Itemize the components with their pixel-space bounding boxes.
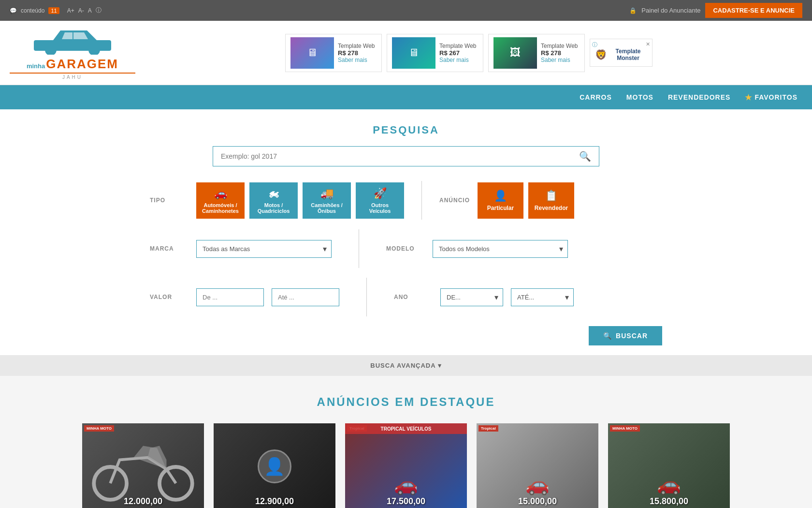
svg-point-4 bbox=[160, 467, 192, 500]
tipo-label: TIPO bbox=[150, 197, 188, 204]
buscar-icon: 🔍 bbox=[603, 332, 612, 340]
anuncio-revendedor-button[interactable]: 📋 Revendedor bbox=[528, 182, 574, 219]
ano-ate-select[interactable]: ATÉ... bbox=[511, 288, 574, 306]
dealer-banner-3: Tropical bbox=[478, 425, 498, 432]
font-normal[interactable]: A bbox=[88, 7, 92, 14]
valor-label: VALOR bbox=[150, 294, 188, 300]
ano-de-select-wrapper: DE... bbox=[440, 288, 503, 306]
modelo-select[interactable]: Todos os Modelos bbox=[433, 240, 568, 258]
ad-thumb-2: 🖥 bbox=[392, 37, 435, 69]
ad-info-3: Template Web R$ 278 Saber mais bbox=[541, 43, 578, 63]
anuncio-particular-button[interactable]: 👤 Particular bbox=[478, 182, 523, 219]
ad-price-1: R$ 278 bbox=[338, 49, 375, 57]
top-bar-left: 💬 conteúdo 11 A+ A- A ⓘ bbox=[10, 6, 102, 15]
ad-link-2[interactable]: Saber mais bbox=[439, 57, 476, 63]
cadastre-button[interactable]: CADASTRE-SE E ANUNCIE bbox=[705, 3, 802, 18]
ad-title-2: Template Web bbox=[439, 43, 476, 49]
tm-close-button[interactable]: ✕ bbox=[646, 41, 650, 47]
logo-block: minha GARAGEM JAHU bbox=[10, 26, 135, 80]
car-card-0[interactable]: MINHA MOTO 12.000,00 YAMAHA XT 6 bbox=[82, 423, 204, 508]
buscar-label: BUSCAR bbox=[616, 332, 648, 340]
anuncio-particular-label: Particular bbox=[487, 205, 514, 211]
ad-item-1: 🖥 Template Web R$ 278 Saber mais bbox=[285, 34, 382, 72]
car-img-4: MINHA MOTO 🚗 15.800,00 bbox=[608, 423, 730, 508]
featured-grid: MINHA MOTO 12.000,00 YAMAHA XT 6 bbox=[82, 423, 730, 508]
logo-area: minha GARAGEM JAHU bbox=[10, 26, 135, 80]
search-section: PESQUISA 🔍 TIPO 🚗 Automóveis /Caminhonet… bbox=[0, 109, 812, 355]
car-card-3[interactable]: Tropical 🚗 15.000,00 CHEVROLET CELTA 200… bbox=[477, 423, 598, 508]
search-submit-button[interactable]: 🔍 bbox=[571, 147, 599, 166]
buscar-row: 🔍 BUSCAR bbox=[150, 326, 662, 345]
car-card-1[interactable]: 👤 12.900,00 CHEVROLET CLASSIC 2004 bbox=[214, 423, 335, 508]
anuncio-label: ANÚNCIO bbox=[439, 197, 470, 204]
marca-label: MARCA bbox=[150, 245, 188, 252]
font-plus[interactable]: A+ bbox=[67, 7, 74, 14]
tipo-outros-button[interactable]: 🚀 OutrosVeículos bbox=[356, 182, 404, 219]
star-icon: ★ bbox=[745, 93, 752, 102]
car-price-0: 12.000,00 bbox=[82, 496, 204, 507]
car-img-2: Tropical TROPICAL VEÍCULOS 🚗 17.500,00 bbox=[345, 423, 467, 508]
tipo-automoveis-button[interactable]: 🚗 Automóveis /Caminhonetes bbox=[196, 182, 245, 219]
tipo-motos-button[interactable]: 🏍 Motos /Quadriciclos bbox=[249, 182, 298, 219]
tm-name: Template Monster bbox=[609, 48, 647, 61]
info-icon[interactable]: ⓘ bbox=[96, 6, 102, 15]
tm-info-icon[interactable]: ⓘ bbox=[592, 41, 597, 48]
buscar-button[interactable]: 🔍 BUSCAR bbox=[589, 326, 662, 345]
ad-title-3: Template Web bbox=[541, 43, 578, 49]
car-price-1: 12.900,00 bbox=[214, 496, 335, 507]
font-minus[interactable]: A- bbox=[78, 7, 84, 14]
tipo-automoveis-label: Automóveis /Caminhonetes bbox=[202, 202, 239, 214]
tm-icon: 🦁 bbox=[595, 49, 607, 60]
busca-avancada-bar[interactable]: BUSCA AVANÇADA ▾ bbox=[0, 355, 812, 376]
nav-motos[interactable]: MOTOS bbox=[626, 93, 653, 101]
modelo-label: MODELO bbox=[386, 245, 425, 252]
ano-de-select[interactable]: DE... bbox=[440, 288, 503, 306]
top-bar: 💬 conteúdo 11 A+ A- A ⓘ 🔒 Painel do Anun… bbox=[0, 0, 812, 21]
nav-favoritos[interactable]: ★ FAVORITOS bbox=[745, 93, 798, 102]
search-bar: 🔍 bbox=[213, 146, 599, 166]
tipo-caminhoes-button[interactable]: 🚚 Caminhões /Ônibus bbox=[303, 182, 351, 219]
nav-carros-label: CARROS bbox=[580, 93, 612, 101]
filter-marca-row: MARCA Todas as Marcas MODELO Todos os Mo… bbox=[150, 229, 662, 268]
nav-revendedores[interactable]: REVENDEDORES bbox=[668, 93, 730, 101]
car-img-0: MINHA MOTO 12.000,00 bbox=[82, 423, 204, 508]
search-input[interactable] bbox=[213, 147, 571, 166]
logo-garagem: GARAGEM bbox=[46, 57, 118, 72]
tm-logo: 🦁 Template Monster bbox=[595, 48, 647, 61]
car-card-4[interactable]: MINHA MOTO 🚗 15.800,00 CHEVROLET OMEGA 1… bbox=[608, 423, 730, 508]
ad-item-2: 🖥 Template Web R$ 267 Saber mais bbox=[387, 34, 483, 72]
tipo-outros-label: OutrosVeículos bbox=[369, 202, 391, 214]
nav-revendedores-label: REVENDEDORES bbox=[668, 93, 730, 101]
marca-divider bbox=[359, 229, 359, 268]
ad-link-3[interactable]: Saber mais bbox=[541, 57, 578, 63]
filters: TIPO 🚗 Automóveis /Caminhonetes 🏍 Motos … bbox=[140, 181, 672, 345]
main-nav: CARROS MOTOS REVENDEDORES ★ FAVORITOS bbox=[0, 85, 812, 109]
marca-select[interactable]: Todas as Marcas bbox=[196, 240, 332, 258]
revendedor-icon: 📋 bbox=[545, 190, 558, 202]
valor-ate-input[interactable] bbox=[272, 288, 339, 306]
car-price-3: 15.000,00 bbox=[477, 496, 598, 507]
logo-car-icon bbox=[24, 26, 121, 55]
truck-tipo-icon: 🚚 bbox=[320, 187, 334, 200]
valor-de-input[interactable] bbox=[196, 288, 264, 306]
outros-tipo-icon: 🚀 bbox=[374, 187, 387, 200]
nav-favoritos-label: FAVORITOS bbox=[754, 93, 798, 101]
filter-valor-row: VALOR ANO DE... ATÉ... bbox=[150, 278, 662, 316]
car-img-3: Tropical 🚗 15.000,00 bbox=[477, 423, 598, 508]
particular-icon: 👤 bbox=[494, 190, 507, 202]
car-card-2[interactable]: Tropical TROPICAL VEÍCULOS 🚗 17.500,00 F… bbox=[345, 423, 467, 508]
tipo-motos-label: Motos /Quadriciclos bbox=[258, 202, 290, 214]
header: minha GARAGEM JAHU 🖥 Template Web R$ 278… bbox=[0, 21, 812, 85]
car-shape-2: 🚗 bbox=[394, 473, 418, 496]
ad-link-1[interactable]: Saber mais bbox=[338, 57, 375, 63]
conteudo-label: conteúdo bbox=[21, 7, 44, 14]
busca-avancada-label: BUSCA AVANÇADA bbox=[370, 362, 435, 369]
svg-point-3 bbox=[94, 467, 127, 500]
ad-price-3: R$ 278 bbox=[541, 49, 578, 57]
marca-select-wrapper: Todas as Marcas bbox=[196, 240, 332, 258]
ad-thumb-3: 🖼 bbox=[493, 37, 537, 69]
lock-icon: 🔒 bbox=[629, 7, 637, 14]
painel-link[interactable]: Painel do Anunciante bbox=[641, 7, 700, 14]
site-banner-2: TROPICAL VEÍCULOS bbox=[345, 423, 467, 434]
nav-carros[interactable]: CARROS bbox=[580, 93, 612, 101]
